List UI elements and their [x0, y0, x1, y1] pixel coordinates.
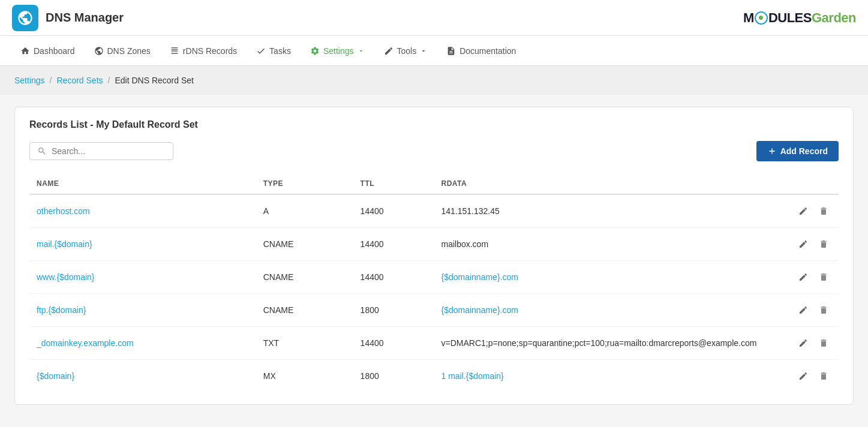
table-row: mail.{$domain} CNAME 14400 mailbox.com — [29, 228, 839, 261]
table-row: otherhost.com A 14400 141.151.132.45 — [29, 194, 839, 228]
record-name-link[interactable]: {$domain} — [37, 371, 74, 381]
table-row: {$domain} MX 1800 1 mail.{$domain} — [29, 360, 839, 393]
col-header-rdata: RDATA — [434, 173, 774, 194]
record-type: A — [256, 194, 353, 228]
edit-icon — [798, 305, 808, 315]
record-rdata: {$domainname}.com — [434, 294, 774, 327]
records-table: NAME TYPE TTL RDATA otherhost.com A 1440… — [29, 173, 839, 392]
table-row: www.{$domain} CNAME 14400 {$domainname}.… — [29, 261, 839, 294]
plus-icon — [767, 146, 777, 156]
server-icon — [170, 46, 179, 56]
edit-record-button[interactable] — [795, 236, 811, 252]
trash-icon — [819, 239, 828, 249]
doc-icon — [446, 46, 456, 56]
record-name-link[interactable]: ftp.{$domain} — [37, 305, 86, 315]
record-type: TXT — [256, 327, 353, 360]
check-icon — [256, 46, 266, 56]
record-rdata: v=DMARC1;p=none;sp=quarantine;pct=100;ru… — [434, 327, 774, 360]
col-header-actions — [774, 173, 839, 194]
app-header-left: DNS Manager — [12, 5, 124, 31]
record-actions — [774, 194, 839, 228]
record-ttl: 1800 — [353, 294, 434, 327]
brand-circle-icon — [755, 11, 768, 25]
edit-record-button[interactable] — [795, 368, 811, 384]
search-input[interactable] — [52, 146, 166, 156]
record-type: CNAME — [256, 294, 353, 327]
app-logo — [12, 5, 38, 31]
record-name: mail.{$domain} — [29, 228, 256, 261]
delete-record-button[interactable] — [816, 335, 831, 351]
globe-icon — [94, 46, 104, 56]
record-rdata: mailbox.com — [434, 228, 774, 261]
delete-record-button[interactable] — [816, 236, 831, 252]
nav-item-tasks[interactable]: Tasks — [248, 43, 299, 59]
delete-record-button[interactable] — [816, 368, 831, 384]
nav-item-dns-zones[interactable]: DNS Zones — [86, 43, 159, 59]
breadcrumb-edit-dns-record-set: Edit DNS Record Set — [115, 76, 194, 85]
record-ttl: 14400 — [353, 194, 434, 228]
record-name-link[interactable]: _domainkey.example.com — [37, 338, 134, 348]
record-name: _domainkey.example.com — [29, 327, 256, 360]
delete-record-button[interactable] — [816, 302, 831, 318]
record-name-link[interactable]: www.{$domain} — [37, 272, 95, 282]
edit-record-button[interactable] — [795, 335, 811, 351]
trash-icon — [819, 305, 828, 315]
nav-item-rdns-records[interactable]: rDNS Records — [161, 43, 245, 59]
chevron-down-icon — [358, 47, 365, 55]
edit-record-button[interactable] — [795, 269, 811, 285]
record-actions — [774, 327, 839, 360]
trash-icon — [819, 206, 828, 216]
edit-record-button[interactable] — [795, 302, 811, 318]
add-record-button[interactable]: Add Record — [756, 141, 839, 161]
record-actions — [774, 360, 839, 393]
search-icon — [37, 146, 47, 156]
table-body: otherhost.com A 14400 141.151.132.45 mai… — [29, 194, 839, 392]
record-ttl: 14400 — [353, 228, 434, 261]
globe-logo-icon — [17, 10, 34, 26]
edit-icon — [798, 239, 808, 249]
nav-item-documentation[interactable]: Documentation — [438, 43, 524, 59]
delete-record-button[interactable] — [816, 203, 831, 219]
main-content: Records List - My Default Record Set Add… — [0, 95, 868, 417]
action-buttons — [781, 368, 831, 384]
col-header-ttl: TTL — [353, 173, 434, 194]
edit-icon — [798, 371, 808, 381]
table-row: _domainkey.example.com TXT 14400 v=DMARC… — [29, 327, 839, 360]
pencil-icon — [384, 46, 394, 56]
record-ttl: 14400 — [353, 261, 434, 294]
app-title: DNS Manager — [46, 11, 124, 25]
nav-item-tools[interactable]: Tools — [376, 43, 436, 59]
action-buttons — [781, 302, 831, 318]
record-rdata: 141.151.132.45 — [434, 194, 774, 228]
record-name-link[interactable]: otherhost.com — [37, 206, 90, 216]
record-type: MX — [256, 360, 353, 393]
action-buttons — [781, 236, 831, 252]
record-rdata: {$domainname}.com — [434, 261, 774, 294]
record-name-link[interactable]: mail.{$domain} — [37, 239, 92, 249]
breadcrumb-settings[interactable]: Settings — [14, 76, 45, 85]
table-header: NAME TYPE TTL RDATA — [29, 173, 839, 194]
record-type: CNAME — [256, 228, 353, 261]
nav-item-dashboard[interactable]: Dashboard — [12, 43, 83, 59]
record-actions — [774, 294, 839, 327]
edit-record-button[interactable] — [795, 203, 811, 219]
main-nav: Dashboard DNS Zones rDNS Records Tasks S… — [0, 36, 868, 66]
delete-record-button[interactable] — [816, 269, 831, 285]
gear-icon — [310, 46, 320, 56]
card-title: Records List - My Default Record Set — [29, 119, 839, 130]
trash-icon — [819, 272, 828, 282]
col-header-name: NAME — [29, 173, 256, 194]
app-header: DNS Manager M DULES Garden — [0, 0, 868, 36]
record-ttl: 14400 — [353, 327, 434, 360]
col-header-type: TYPE — [256, 173, 353, 194]
record-rdata: 1 mail.{$domain} — [434, 360, 774, 393]
home-icon — [20, 46, 30, 56]
breadcrumb-record-sets[interactable]: Record Sets — [56, 76, 103, 85]
record-actions — [774, 228, 839, 261]
breadcrumb: Settings / Record Sets / Edit DNS Record… — [0, 66, 868, 95]
nav-item-settings[interactable]: Settings — [302, 43, 373, 59]
record-type: CNAME — [256, 261, 353, 294]
edit-icon — [798, 338, 808, 348]
record-name: otherhost.com — [29, 194, 256, 228]
record-name: www.{$domain} — [29, 261, 256, 294]
